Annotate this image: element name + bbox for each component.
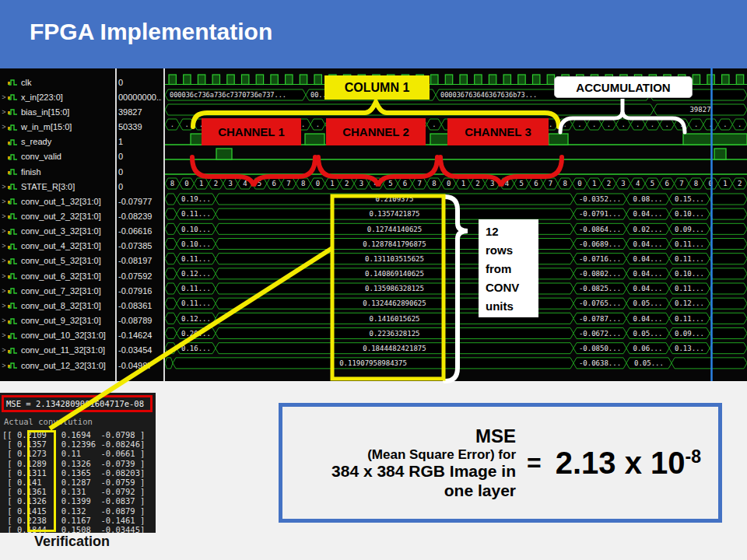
- signal-type-icon: [8, 93, 18, 101]
- svg-text:2: 2: [738, 180, 742, 187]
- signal-name: conv_out_7_32[31:0]: [21, 286, 101, 296]
- svg-text:0: 0: [709, 180, 713, 187]
- svg-text:0.02...: 0.02...: [633, 226, 663, 233]
- mse-layer: one layer: [282, 481, 516, 500]
- svg-text:39827: 39827: [689, 106, 710, 114]
- mse-value: 2.13 x 10-8: [556, 446, 701, 481]
- expander-icon: >: [0, 362, 8, 369]
- svg-text:0.12...: 0.12...: [181, 270, 211, 278]
- signal-name: conv_out_11_32[31:0]: [21, 345, 105, 355]
- svg-text:0.05...: 0.05...: [634, 359, 664, 367]
- channel1-label: CHANNEL 1: [202, 118, 301, 145]
- slide: { "slide": { "title": "FPGA Implementati…: [0, 0, 747, 560]
- svg-text:0.16...: 0.16...: [181, 345, 211, 352]
- signal-row: >conv_out_8_32[31:0]: [0, 298, 115, 313]
- svg-text:3: 3: [228, 180, 232, 187]
- signal-row: clk: [0, 75, 115, 89]
- signal-row: >x_in[223:0]: [0, 89, 115, 104]
- svg-text:1: 1: [723, 180, 727, 187]
- svg-text:-0.0638...: -0.0638...: [579, 359, 621, 367]
- mse-description: MSE (Mean Square Error) for 384 x 384 RG…: [282, 425, 516, 500]
- svg-text:0.11...: 0.11...: [181, 299, 211, 307]
- signal-type-icon: [8, 182, 18, 191]
- signal-value: -0.08789: [118, 313, 162, 328]
- equals-sign: =: [527, 449, 542, 478]
- signal-name: STATE_R[3:0]: [21, 182, 75, 191]
- svg-text:0.11...: 0.11...: [675, 240, 704, 248]
- signal-row: >conv_out_10_32[31:0]: [0, 328, 115, 343]
- channel2-label: CHANNEL 2: [326, 118, 426, 145]
- svg-text:0.05...: 0.05...: [633, 299, 663, 307]
- signal-value-column: 000000000...39827503391000-0.07977-0.082…: [118, 75, 162, 373]
- svg-text:0.09...: 0.09...: [675, 226, 704, 233]
- svg-text:0.11...: 0.11...: [181, 210, 211, 218]
- svg-text:0: 0: [184, 180, 188, 187]
- svg-text:.: .: [636, 121, 640, 128]
- mse-title: MSE: [282, 425, 516, 447]
- svg-text:0.19...: 0.19...: [181, 195, 211, 203]
- svg-text:3: 3: [359, 180, 363, 187]
- signal-row: >conv_out_4_32[31:0]: [0, 239, 115, 254]
- svg-text:0.1844482421875: 0.1844482421875: [363, 345, 426, 352]
- signal-name: conv_out_12_32[31:0]: [21, 361, 106, 370]
- svg-text:.: .: [170, 121, 174, 128]
- svg-text:0.05...: 0.05...: [633, 330, 663, 338]
- svg-text:0.04...: 0.04...: [633, 315, 663, 323]
- svg-text:0.10...: 0.10...: [181, 240, 211, 248]
- expander-icon: >: [0, 227, 8, 235]
- svg-text:-0.0689...: -0.0689...: [579, 240, 621, 248]
- svg-text:.: .: [563, 121, 567, 128]
- svg-text:.: .: [316, 121, 320, 128]
- signal-name: conv_out_5_32[31:0]: [21, 256, 101, 265]
- signal-value: 0: [118, 164, 162, 179]
- expander-icon: >: [0, 257, 8, 264]
- signal-value: 50339: [118, 119, 162, 134]
- svg-text:3: 3: [621, 180, 625, 187]
- mse-exponent: -8: [686, 446, 701, 466]
- svg-text:000036c736a736c7370736e737...: 000036c736a736c7370736e737...: [170, 91, 286, 99]
- verification-caption: Verification: [34, 534, 110, 550]
- svg-text:0.04...: 0.04...: [633, 210, 663, 218]
- svg-text:0.08...: 0.08...: [633, 195, 663, 203]
- svg-text:7: 7: [549, 180, 552, 187]
- signal-value: -0.08361: [118, 298, 162, 313]
- signal-type-icon: [8, 227, 18, 236]
- verification-terminal: MSE = 2.1342809001604717e-08 Actual conv…: [0, 393, 156, 533]
- signal-value: 0: [118, 179, 162, 194]
- svg-text:7: 7: [418, 180, 422, 187]
- expander-icon: >: [0, 108, 8, 116]
- signal-name: conv_out_2_32[31:0]: [21, 212, 101, 221]
- svg-text:0.10...: 0.10...: [675, 210, 704, 218]
- svg-text:0.04...: 0.04...: [633, 285, 663, 292]
- signal-name: conv_out_4_32[31:0]: [21, 241, 101, 250]
- svg-text:-0.0352...: -0.0352...: [579, 195, 621, 203]
- svg-text:0.15...: 0.15...: [675, 195, 704, 203]
- svg-text:.: .: [185, 121, 189, 128]
- column-divider: [115, 68, 117, 381]
- svg-text:5: 5: [519, 180, 523, 187]
- signal-type-icon: [8, 301, 18, 310]
- svg-text:6: 6: [272, 180, 276, 187]
- signal-type-icon: [8, 242, 18, 250]
- signal-row: >conv_out_2_32[31:0]: [0, 208, 115, 223]
- svg-text:-0.0716...: -0.0716...: [579, 255, 621, 263]
- svg-text:3: 3: [490, 180, 494, 187]
- svg-text:.: .: [607, 121, 611, 128]
- convolution-matrix: [[ 0.2109 0.1694 -0.0798 ] [ 0.1357 0.12…: [2, 430, 145, 533]
- signal-type-icon: [8, 271, 18, 280]
- svg-text:0.04...: 0.04...: [633, 270, 663, 278]
- matrix-column-highlight: [27, 430, 56, 532]
- mse-summary-box: MSE (Mean Square Error) for 384 x 384 RG…: [279, 403, 722, 523]
- svg-text:0.10...: 0.10...: [181, 226, 211, 233]
- signal-row: >w_in_m[15:0]: [0, 119, 115, 134]
- expander-icon: >: [0, 317, 8, 324]
- svg-text:5: 5: [258, 180, 261, 187]
- signal-value: -0.07977: [118, 194, 162, 208]
- signal-row: finish: [0, 164, 115, 179]
- accumulation-label: ACCUMULATION: [554, 76, 693, 98]
- signal-type-icon: [8, 123, 18, 131]
- signal-name: w_in_m[15:0]: [21, 122, 72, 131]
- signal-value: 1: [118, 135, 162, 149]
- expander-icon: >: [0, 302, 8, 310]
- svg-text:2: 2: [214, 180, 218, 187]
